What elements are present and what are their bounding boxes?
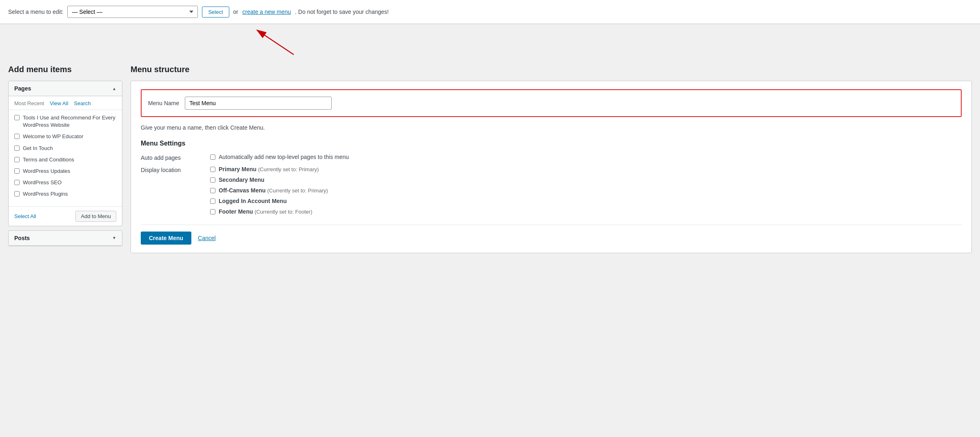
display-location-content: Primary Menu (Currently set to: Primary)… — [210, 166, 328, 215]
pages-box: Pages ▲ Most Recent View All Search Tool… — [8, 81, 122, 226]
page-checkbox-welcome[interactable] — [14, 134, 20, 139]
right-panel: Menu structure Menu Name Give your menu … — [131, 65, 972, 253]
page-checkbox-wp-seo[interactable] — [14, 180, 20, 185]
posts-collapse-icon: ▼ — [112, 236, 116, 240]
location-footer-label: Footer Menu (Currently set to: Footer) — [219, 208, 313, 215]
location-footer-checkbox[interactable] — [210, 209, 215, 214]
arrow-annotation — [0, 24, 980, 57]
menu-name-row: Menu Name — [141, 89, 962, 117]
left-panel: Add menu items Pages ▲ Most Recent View … — [8, 65, 122, 246]
pages-footer: Select All Add to Menu — [9, 206, 122, 226]
auto-add-checkbox-row: Automatically add new top-level pages to… — [210, 154, 349, 160]
pages-header[interactable]: Pages ▲ — [9, 81, 122, 96]
page-checkbox-wp-plugins[interactable] — [14, 191, 20, 196]
auto-add-content: Automatically add new top-level pages to… — [210, 154, 349, 160]
list-item: Tools I Use and Recommend For Every Word… — [14, 114, 116, 129]
top-bar: Select a menu to edit: — Select — Select… — [0, 0, 980, 24]
location-logged-in-checkbox[interactable] — [210, 199, 215, 204]
page-label-terms: Terms and Conditions — [23, 156, 74, 163]
display-location-label: Display location — [141, 166, 198, 173]
collapse-arrow-icon: ▲ — [112, 86, 116, 91]
page-checkbox-tools[interactable] — [14, 115, 20, 120]
list-item: WordPress Plugins — [14, 190, 116, 198]
list-item: WordPress Updates — [14, 168, 116, 175]
menu-name-label: Menu Name — [148, 100, 179, 106]
location-primary-label: Primary Menu (Currently set to: Primary) — [219, 166, 319, 172]
location-footer: Footer Menu (Currently set to: Footer) — [210, 208, 328, 215]
list-item: Get In Touch — [14, 145, 116, 152]
create-new-menu-link[interactable]: create a new menu — [242, 9, 291, 15]
menu-settings-title: Menu Settings — [141, 140, 962, 147]
menu-select-dropdown[interactable]: — Select — — [67, 6, 198, 18]
location-offcanvas-checkbox[interactable] — [210, 188, 215, 193]
location-offcanvas: Off-Canvas Menu (Currently set to: Prima… — [210, 187, 328, 194]
page-checkbox-wp-updates[interactable] — [14, 168, 20, 174]
posts-header[interactable]: Posts ▼ — [9, 231, 122, 246]
pages-list: Tools I Use and Recommend For Every Word… — [9, 110, 122, 206]
reminder-text: . Do not forget to save your changes! — [295, 9, 389, 15]
posts-header-title: Posts — [14, 235, 30, 241]
page-label-wp-updates: WordPress Updates — [23, 168, 70, 175]
page-label-tools: Tools I Use and Recommend For Every Word… — [23, 114, 116, 129]
page-label-welcome: Welcome to WP Educator — [23, 133, 83, 140]
auto-add-label: Auto add pages — [141, 154, 198, 161]
menu-name-input[interactable] — [185, 97, 332, 110]
location-secondary-label: Secondary Menu — [219, 177, 264, 183]
menu-name-hint: Give your menu a name, then click Create… — [141, 124, 962, 131]
menu-structure-title: Menu structure — [131, 65, 972, 74]
location-offcanvas-label: Off-Canvas Menu (Currently set to: Prima… — [219, 187, 328, 194]
pages-tabs: Most Recent View All Search — [9, 96, 122, 110]
page-label-get-in-touch: Get In Touch — [23, 145, 53, 152]
page-label-wp-seo: WordPress SEO — [23, 179, 62, 186]
location-primary-checkbox[interactable] — [210, 167, 215, 172]
display-location-row: Display location Primary Menu (Currently… — [141, 166, 962, 215]
list-item: Terms and Conditions — [14, 156, 116, 163]
location-secondary: Secondary Menu — [210, 177, 328, 183]
or-text: or — [233, 9, 238, 15]
location-logged-in-label: Logged In Account Menu — [219, 198, 287, 204]
svg-line-1 — [257, 30, 294, 55]
main-content: Add menu items Pages ▲ Most Recent View … — [0, 57, 980, 261]
page-label-wp-plugins: WordPress Plugins — [23, 190, 68, 198]
posts-box: Posts ▼ — [8, 230, 122, 246]
tab-most-recent[interactable]: Most Recent — [14, 100, 44, 106]
select-menu-label: Select a menu to edit: — [8, 9, 63, 15]
add-menu-items-title: Add menu items — [8, 65, 122, 74]
action-row: Create Menu Cancel — [141, 225, 962, 245]
create-menu-button[interactable]: Create Menu — [141, 232, 191, 245]
location-logged-in: Logged In Account Menu — [210, 198, 328, 204]
list-item: WordPress SEO — [14, 179, 116, 186]
location-secondary-checkbox[interactable] — [210, 177, 215, 183]
tab-view-all[interactable]: View All — [50, 100, 68, 106]
add-to-menu-button[interactable]: Add to Menu — [75, 211, 116, 222]
menu-structure-box: Menu Name Give your menu a name, then cl… — [131, 81, 972, 253]
select-button[interactable]: Select — [202, 7, 229, 18]
list-item: Welcome to WP Educator — [14, 133, 116, 140]
auto-add-row: Auto add pages Automatically add new top… — [141, 154, 962, 161]
select-all-button[interactable]: Select All — [14, 213, 36, 219]
page-checkbox-get-in-touch[interactable] — [14, 146, 20, 151]
location-primary: Primary Menu (Currently set to: Primary) — [210, 166, 328, 172]
auto-add-checkbox[interactable] — [210, 154, 215, 160]
cancel-button[interactable]: Cancel — [198, 235, 216, 241]
auto-add-checkbox-label: Automatically add new top-level pages to… — [219, 154, 349, 160]
page-checkbox-terms[interactable] — [14, 157, 20, 162]
pages-header-title: Pages — [14, 85, 31, 92]
tab-search[interactable]: Search — [74, 100, 91, 106]
annotation-arrow — [245, 24, 367, 57]
